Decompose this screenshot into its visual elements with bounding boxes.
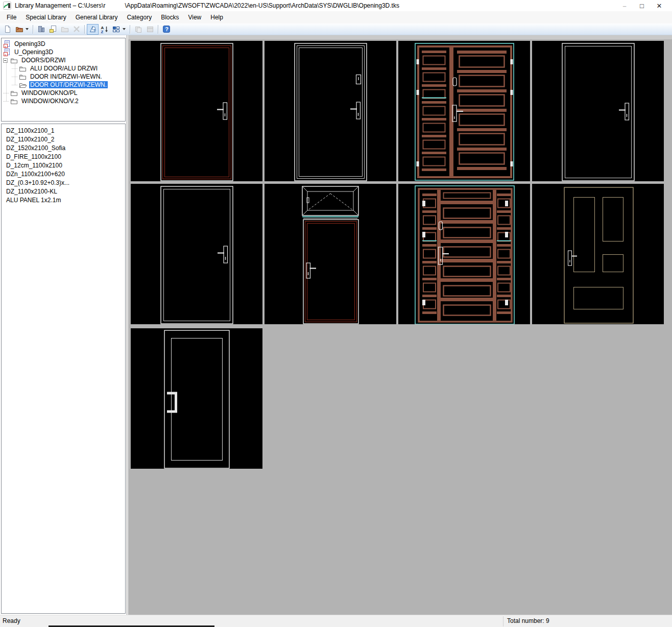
close-button[interactable]: ✕ (651, 0, 668, 11)
tree-guide-line (15, 64, 15, 85)
status-total-count: Total number: 9 (507, 617, 549, 624)
view-mode-button[interactable] (110, 24, 122, 35)
sort-az-button[interactable]: AZ (99, 24, 110, 35)
tree-item-door-out-drzwi-zewn[interactable]: DOOR OUT/DRZWI-ZEWN. (2, 81, 125, 89)
tree-item-label: DOOR OUT/DRZWI-ZEWN. (29, 81, 108, 88)
help-button[interactable]: ? (160, 24, 172, 35)
maximize-button[interactable]: □ (633, 0, 651, 11)
pages-gray-icon (134, 25, 142, 33)
block-thumbnail-1[interactable] (131, 41, 262, 181)
toolbar-separator (158, 25, 158, 34)
left-panel: sOpening3DsU_Opening3DDOORS/DRZWIALU DOO… (0, 35, 127, 615)
tree-item-window-okno-pl[interactable]: WINDOW/OKNO/PL (2, 89, 125, 97)
menu-item-category[interactable]: Category (122, 12, 156, 23)
tree-item-door-in-drzwi-wewn[interactable]: DOOR IN/DRZWI-WEWN. (2, 73, 125, 81)
svg-text:?: ? (165, 26, 169, 32)
block-list-item-dz-1520x2100-sofia[interactable]: DZ_1520x2100_Sofia (2, 144, 125, 153)
block-list-item-dz-1100x2100-1[interactable]: DZ_1100x2100_1 (2, 127, 125, 135)
svg-text:s: s (5, 52, 6, 56)
app-logo-icon (3, 2, 11, 10)
status-divider (503, 616, 503, 626)
chevron-down-icon[interactable] (26, 28, 29, 30)
status-ready-text: Ready (3, 617, 20, 624)
folder-open-icon (19, 82, 27, 88)
block-list-item-dzn-1100x2100-620[interactable]: DZn_1100x2100+620 (2, 170, 125, 179)
toolbar-separator (33, 25, 33, 34)
block-list-item-dz-1100x2100-kl[interactable]: DZ_1100x2100-KL (2, 187, 125, 196)
block-thumbnail-5[interactable] (131, 184, 262, 324)
block-thumbnail-4[interactable] (532, 41, 664, 181)
expander-minus-icon[interactable] (3, 58, 10, 63)
library-tree: sOpening3DsU_Opening3DDOORS/DRZWIALU DOO… (1, 38, 126, 122)
sort-az-icon: AZ (101, 25, 109, 33)
block-list-item-dz-1100x2100-2[interactable]: DZ_1100x2100_2 (2, 135, 125, 144)
library-icon: s (3, 49, 11, 56)
block-thumbnail-8[interactable] (532, 184, 664, 324)
toolbar-separator (84, 25, 85, 34)
page-icon (4, 25, 12, 33)
locate-block-button[interactable] (87, 24, 99, 35)
chevron-down-icon[interactable] (123, 28, 126, 30)
tree-item-alu-door-alu-drzwi[interactable]: ALU DOOR/ALU DRZWI (2, 64, 125, 73)
folder-icon (19, 74, 27, 80)
block-list-item-dz-0-3-10-92-0-3-x[interactable]: DZ_(0.3+10.92+0.3)x... (2, 179, 125, 187)
folder-icon (19, 65, 27, 72)
window-controls: – □ ✕ (616, 0, 668, 11)
block-thumbnail-6[interactable] (265, 184, 396, 324)
package-gray-icon (146, 25, 154, 33)
menu-item-file[interactable]: File (2, 12, 21, 23)
menu-item-special-library[interactable]: Special Library (21, 12, 70, 23)
tree-item-window-okno-v-2[interactable]: WINDOW/OKNO/V.2 (2, 97, 125, 105)
block-building-icon (37, 25, 45, 33)
library-management-window: { "window": { "title": "Library Manageme… (0, 0, 672, 627)
folder-icon (10, 57, 18, 64)
library-icon: s (3, 40, 11, 48)
block-list: DZ_1100x2100_1DZ_1100x2100_2DZ_1520x2100… (1, 124, 126, 614)
menu-item-general-library[interactable]: General Library (71, 12, 123, 23)
open-library-button[interactable] (13, 24, 25, 35)
toolbar-separator (130, 25, 130, 34)
export-block-button[interactable] (144, 24, 156, 35)
block-thumbnail-3[interactable] (398, 41, 530, 181)
new-library-button[interactable] (2, 24, 13, 35)
help-icon: ? (162, 25, 171, 33)
tree-item-opening3d[interactable]: sOpening3D (2, 40, 125, 48)
locate-icon (89, 25, 97, 33)
title-bar: Library Management – C:\Users\r \AppData… (0, 0, 672, 11)
new-block-button[interactable] (35, 24, 47, 35)
tree-guide-line (6, 60, 7, 101)
block-list-item-alu-panel-1x2-1m[interactable]: ALU PANEL 1x2.1m (2, 196, 125, 205)
rename-block-button[interactable] (59, 24, 70, 35)
block-list-item-d-12cm-1100x2100[interactable]: D_12cm_1100x2100 (2, 161, 125, 170)
block-thumbnail-9[interactable] (131, 328, 262, 469)
menu-item-help[interactable]: Help (206, 12, 228, 23)
svg-text:Z: Z (101, 30, 103, 34)
tree-item-label: Opening3D (13, 40, 46, 47)
tree-item-label: WINDOW/OKNO/V.2 (20, 98, 80, 105)
menu-item-blocks[interactable]: Blocks (156, 12, 183, 23)
x-mark-icon (73, 25, 81, 33)
page-paste-icon (49, 25, 57, 33)
import-block-button[interactable] (132, 24, 144, 35)
block-thumbnail-7[interactable] (398, 184, 530, 324)
grid-view-icon (112, 25, 121, 33)
menu-item-view[interactable]: View (183, 12, 206, 23)
block-preview-grid (128, 35, 672, 615)
tree-item-u-opening3d[interactable]: sU_Opening3D (2, 48, 125, 56)
block-thumbnail-2[interactable] (265, 41, 396, 181)
tree-item-label: DOORS/DRZWI (20, 57, 67, 64)
block-list-item-d-fire-1100x2100[interactable]: D_FIRE_1100x2100 (2, 153, 125, 161)
tree-item-doors-drzwi[interactable]: DOORS/DRZWI (2, 56, 125, 64)
tree-item-label: ALU DOOR/ALU DRZWI (29, 65, 99, 72)
window-title-path: \AppData\Roaming\ZWSOFT\ZWCADA\2022\en-U… (125, 2, 399, 9)
window-title: Library Management – C:\Users\r (15, 2, 105, 9)
menu-bar: FileSpecial LibraryGeneral LibraryCatego… (0, 11, 672, 23)
svg-text:s: s (5, 44, 6, 47)
toolbar: AZ? (0, 23, 672, 35)
tree-item-label: WINDOW/OKNO/PL (20, 89, 78, 97)
delete-block-button[interactable] (70, 24, 82, 35)
tree-item-label: U_Opening3D (13, 49, 54, 56)
tree-item-label: DOOR IN/DRZWI-WEWN. (29, 73, 103, 80)
minimize-button[interactable]: – (616, 0, 633, 11)
paste-block-button[interactable] (47, 24, 59, 35)
